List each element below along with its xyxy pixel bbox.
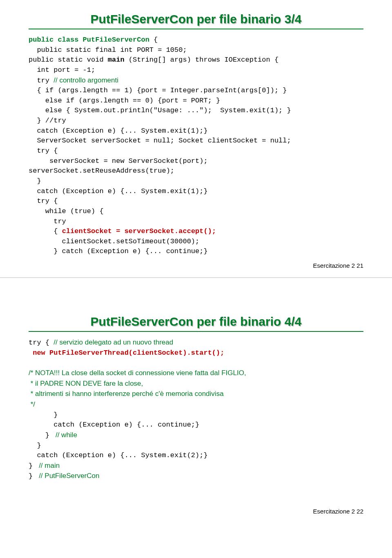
slide-2: PutFileServerCon per file binario 4/4 tr…: [0, 278, 392, 523]
code-line: (String[] args) throws IOException {: [125, 56, 278, 64]
comment: // main: [37, 462, 60, 469]
spacer: [29, 290, 363, 315]
comment: * altrimenti si hanno interferenze perch…: [29, 390, 224, 398]
code-line: catch (Exception e) {... continue;}: [29, 421, 199, 429]
code-line: try: [29, 218, 66, 225]
code-block-2: try { // servizio delegato ad un nuovo t…: [29, 338, 363, 482]
slide-title-1: PutFileServerCon per file binario 3/4: [29, 12, 363, 26]
accept-call: clientSocket = serverSocket.accept();: [62, 227, 216, 235]
code-line: else if (args.length == 0) {port = PORT;…: [29, 97, 220, 104]
brace: {: [149, 36, 158, 44]
comment: */: [29, 400, 35, 408]
code-line: }: [29, 431, 53, 439]
title-rule: [29, 29, 363, 29]
slide-footer-2: Esercitazione 2 22: [313, 508, 363, 515]
code-line: { if (args.length == 1) {port = Integer.…: [29, 87, 287, 94]
code-line: catch (Exception e) {... System.exit(2);…: [29, 451, 208, 459]
code-line: } //try: [29, 117, 66, 124]
comment: // PutFileServerCon: [37, 472, 99, 480]
comment: /* NOTA!!! La close della socket di conn…: [29, 369, 246, 377]
slide-1: PutFileServerCon per file binario 3/4 pu…: [0, 0, 392, 277]
code-line: public static final int PORT = 1050;: [29, 46, 187, 54]
code-line: serverSocket = new ServerSocket(port);: [29, 157, 208, 165]
comment: // controllo argomenti: [53, 76, 118, 84]
code-line: } catch (Exception e) {... continue;}: [29, 247, 208, 255]
kw-main: main: [108, 56, 125, 64]
slide-title-2: PutFileServerCon per file binario 4/4: [29, 315, 363, 329]
code-line: try: [29, 77, 53, 84]
code-line: clientSocket.setSoTimeout(30000);: [29, 238, 199, 245]
comment: // servizio delegato ad un nuovo thread: [53, 338, 173, 346]
thread-start: new PutFileServerThread(clientSocket).st…: [29, 349, 224, 357]
code-line: catch (Exception e) {... System.exit(1);…: [29, 187, 208, 195]
code-line: ServerSocket serverSocket = null; Socket…: [29, 137, 291, 145]
code-line: else { System.out.println("Usage: ...");…: [29, 107, 291, 114]
kw-public-class: public class PutFileServerCon: [29, 36, 149, 44]
code-line: }: [29, 411, 58, 419]
code-line: }: [29, 442, 41, 449]
code-line: serverSocket.setReuseAddress(true);: [29, 167, 174, 175]
code-line: }: [29, 472, 37, 480]
code-line: try {: [29, 339, 53, 347]
code-line: try {: [29, 147, 58, 155]
slide-footer-1: Esercitazione 2 21: [313, 262, 363, 269]
code-line: catch (Exception e) {... System.exit(1);…: [29, 127, 208, 135]
code-line: {: [29, 227, 62, 235]
code-line: public static void: [29, 56, 108, 64]
comment: // while: [53, 431, 77, 439]
title-rule: [29, 331, 363, 332]
code-line: int port = -1;: [29, 66, 95, 74]
code-line: while (true) {: [29, 207, 104, 215]
code-line: }: [29, 177, 41, 185]
code-line: try {: [29, 197, 58, 205]
code-block-1: public class PutFileServerCon { public s…: [29, 35, 363, 257]
comment: * il PADRE NON DEVE fare la close,: [29, 380, 143, 387]
code-line: }: [29, 462, 37, 470]
